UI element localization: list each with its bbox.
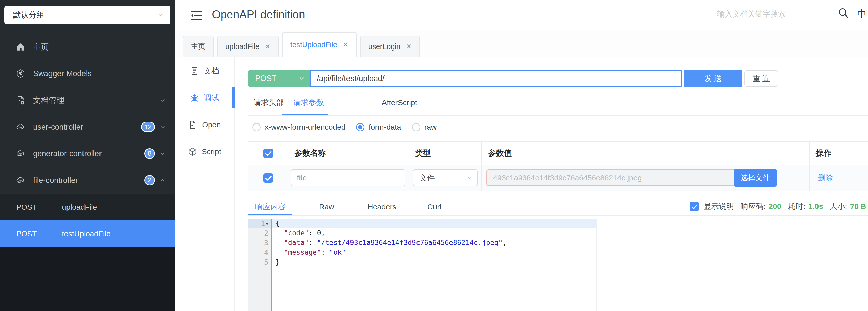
chevron-up-icon: [159, 177, 166, 184]
request-url-input[interactable]: [310, 70, 682, 87]
search-input[interactable]: [717, 9, 836, 19]
close-icon[interactable]: ✕: [343, 41, 348, 48]
svg-text:API: API: [18, 126, 23, 129]
api-cloud-icon: API: [16, 122, 25, 132]
tab-userlogin[interactable]: userLogin ✕: [360, 35, 420, 57]
send-button[interactable]: 发 送: [684, 70, 742, 87]
body-type-x-www-form-urlencoded[interactable]: x-www-form-urlencoded: [252, 123, 345, 131]
code-line-4: "message": "ok": [272, 248, 868, 257]
request-tab-afterscript[interactable]: AfterScript: [382, 97, 417, 108]
fold-arrow-icon[interactable]: ▾: [266, 221, 268, 226]
col-header-type: 类型: [409, 142, 482, 165]
debugnav-item-调试[interactable]: 调试: [175, 84, 234, 111]
svg-text:API: API: [18, 179, 23, 182]
group-select[interactable]: 默认分组: [4, 6, 170, 24]
col-header-value: 参数值: [482, 142, 810, 165]
chevron-down-icon: [159, 150, 166, 157]
radio-icon: [356, 123, 365, 131]
editor-gutter: 1 ▾ 2 3 4 5: [248, 219, 272, 311]
search-icon[interactable]: [838, 7, 849, 19]
bug-icon: [190, 93, 199, 103]
gutter-line-1: 1 ▾: [248, 219, 271, 228]
sidebar-item-file-controller[interactable]: API file-controller 2: [0, 167, 175, 194]
svg-text:API: API: [18, 152, 23, 155]
response-editor: 1 ▾ 2 3 4 5 { "code": 0, "data": "/test/…: [248, 219, 868, 311]
param-type-value: 文件: [420, 173, 435, 183]
body-type-form-data[interactable]: form-data: [356, 123, 401, 131]
param-value-input[interactable]: [486, 169, 737, 186]
debug-panel: POST 发 送 重 置 请求头部 请求参数 AfterScript x-www…: [235, 57, 868, 311]
close-icon[interactable]: ✕: [406, 43, 412, 50]
sidebar-filler: [0, 247, 175, 311]
language-toggle[interactable]: 中: [857, 8, 866, 20]
params-table-header: 参数名称 类型 参数值 操作: [248, 142, 868, 165]
response-tab-headers[interactable]: Headers: [368, 202, 396, 211]
response-tab-响应内容[interactable]: 响应内容: [255, 202, 285, 211]
doc-search: [717, 6, 836, 22]
response-tab-curl[interactable]: Curl: [427, 202, 441, 211]
sidebar-submenu: POST uploadFile POST testUploadFile: [0, 194, 175, 247]
api-cloud-icon: API: [16, 149, 25, 159]
gutter-line-5: 5: [248, 257, 271, 267]
menu-fold-icon[interactable]: [190, 10, 202, 21]
gutter-line-3: 3: [248, 238, 271, 248]
code-line-1: {: [272, 219, 596, 228]
choose-file-button[interactable]: 选择文件: [734, 169, 777, 187]
debugnav-item-script[interactable]: Script: [175, 138, 234, 165]
params-table: 参数名称 类型 参数值 操作 文件 选择文件: [248, 141, 868, 191]
row-checkbox[interactable]: [264, 173, 273, 183]
meta-大小: 大小: 78 B: [830, 201, 866, 211]
sidebar-item-generator-controller[interactable]: API generator-controller 8: [0, 140, 175, 167]
reset-button[interactable]: 重 置: [744, 70, 778, 87]
open-file-icon: [188, 120, 197, 130]
count-badge: 8: [145, 148, 155, 159]
chevron-down-icon: [159, 97, 166, 104]
body-type-radios: x-www-form-urlencoded form-data raw: [252, 121, 437, 133]
delete-row-link[interactable]: 删除: [818, 173, 833, 183]
debugnav-item-文档[interactable]: 文档: [175, 57, 234, 84]
http-method-label: POST: [16, 203, 62, 211]
show-description-checkbox[interactable]: [689, 202, 699, 211]
sidebar-subitem-uploadfile[interactable]: POST uploadFile: [0, 194, 175, 220]
method-select[interactable]: POST: [248, 70, 310, 87]
sidebar-subitem-testuploadfile[interactable]: POST testUploadFile: [0, 220, 175, 247]
request-tab-请求参数[interactable]: 请求参数: [293, 97, 324, 108]
param-name-input[interactable]: [291, 169, 405, 186]
count-badge: 2: [145, 175, 155, 186]
debugnav-item-open[interactable]: Open: [175, 111, 234, 138]
gutter-line-4: 4: [248, 248, 271, 257]
topbar: OpenAPI definition 中: [175, 0, 868, 31]
tab-uploadfile[interactable]: uploadFile ✕: [217, 35, 279, 57]
models-icon: [16, 69, 25, 79]
response-tabs-divider: [248, 216, 868, 216]
show-description-toggle[interactable]: 显示说明: [689, 201, 734, 211]
code-line-2: "code": 0,: [272, 228, 868, 238]
request-tab-请求头部[interactable]: 请求头部: [253, 97, 284, 108]
radio-icon: [412, 123, 420, 131]
response-meta: 显示说明 响应码: 200 耗时: 1.0s 大小: 78 B: [689, 200, 866, 213]
meta-耗时: 耗时: 1.0s: [788, 201, 823, 211]
response-tab-raw[interactable]: Raw: [319, 202, 334, 211]
sidebar-item-user-controller[interactable]: API user-controller 12: [0, 114, 175, 140]
radio-icon: [252, 123, 261, 131]
doc-manage-icon: [16, 95, 25, 105]
sidebar-item-swagger-models[interactable]: Swagger Models: [0, 60, 175, 87]
gutter-line-2: 2: [248, 228, 271, 238]
body-type-raw[interactable]: raw: [412, 123, 437, 131]
sidebar-item-文档管理[interactable]: 文档管理: [0, 87, 175, 114]
doc-tabbar: 主页 uploadFile ✕ testUploadFile ✕ userLog…: [175, 31, 868, 57]
group-select-value: 默认分组: [13, 10, 44, 20]
tab-testuploadfile[interactable]: testUploadFile ✕: [282, 32, 356, 57]
editor-code-area[interactable]: { "code": 0, "data": "/test/493c1a9364e1…: [272, 219, 868, 311]
table-row: 文件 选择文件 删除: [248, 165, 868, 191]
select-all-checkbox[interactable]: [264, 149, 273, 158]
code-line-3: "data": "/test/493c1a9364e14f3d9c76a6456…: [272, 238, 868, 248]
script-icon: [188, 147, 197, 157]
tab-主页[interactable]: 主页: [183, 35, 214, 57]
param-type-select[interactable]: 文件: [413, 169, 478, 186]
sidebar-item-主页[interactable]: 主页: [0, 33, 175, 60]
chevron-down-icon: [157, 12, 164, 18]
http-method-label: POST: [16, 229, 62, 238]
close-icon[interactable]: ✕: [265, 43, 271, 50]
col-header-name: 参数名称: [288, 142, 409, 165]
